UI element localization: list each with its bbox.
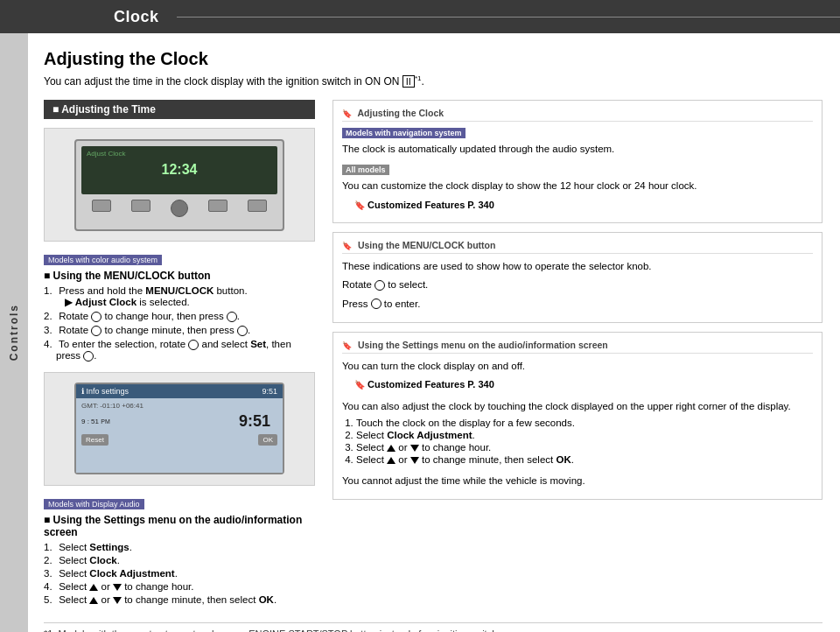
- nav-model-tag: Models with navigation system: [342, 128, 466, 138]
- all-model-block: All models You can customize the clock d…: [342, 164, 813, 212]
- color-audio-tag: Models with color audio system: [44, 255, 162, 265]
- section3-note: You cannot adjust the time while the veh…: [342, 474, 813, 488]
- radio-btn-1: [92, 200, 111, 212]
- color-audio-image-box: Adjust Clock 12:34: [44, 128, 315, 242]
- section-header-adjusting-time: ■ Adjusting the Time: [44, 100, 315, 119]
- section2-text2: Rotate to select.: [342, 277, 813, 292]
- sidebar-label: Controls: [8, 304, 20, 361]
- color-step-3: 3. Rotate to change minute, then press .: [44, 325, 315, 336]
- all-model-tag: All models: [342, 165, 389, 175]
- right-section2-title: 🔖 Using the MENU/CLOCK button: [342, 240, 813, 254]
- display-instr-title: Using the Settings menu on the audio/inf…: [44, 514, 315, 538]
- section3-step-3: Select or to change hour.: [356, 442, 813, 453]
- color-step-1: 1. Press and hold the MENU/CLOCK button.…: [44, 285, 315, 308]
- radio-knob: [171, 200, 188, 217]
- display-step-4: 4. Select or to change hour.: [44, 581, 315, 592]
- color-steps-list: 1. Press and hold the MENU/CLOCK button.…: [44, 285, 315, 362]
- right-section3-title: 🔖 Using the Settings menu on the audio/i…: [342, 340, 813, 354]
- page-title: Adjusting the Clock: [44, 49, 822, 69]
- nav-device: ℹ Info settings 9:51 GMT: -01:10 +06:41 …: [74, 383, 284, 474]
- display-audio-section: Models with Display Audio Using the Sett…: [44, 496, 315, 605]
- display-audio-image-box: ℹ Info settings 9:51 GMT: -01:10 +06:41 …: [44, 372, 315, 486]
- section3-text1: You can turn the clock display on and of…: [342, 359, 813, 374]
- nav-model-block: Models with navigation system The clock …: [342, 127, 813, 157]
- section3-text2: You can also adjust the clock by touchin…: [342, 399, 813, 414]
- color-audio-section: Models with color audio system Using the…: [44, 252, 315, 362]
- page-header-title: Clock: [114, 8, 159, 26]
- right-section-menu-clock: 🔖 Using the MENU/CLOCK button These indi…: [332, 232, 822, 323]
- section3-step-4: Select or to change minute, then select …: [356, 454, 813, 465]
- color-step-4: 4. To enter the selection, rotate and se…: [44, 339, 315, 362]
- right-section-settings-menu: 🔖 Using the Settings menu on the audio/i…: [332, 332, 822, 500]
- main-layout: Controls Adjusting the Clock You can adj…: [0, 33, 840, 632]
- display-steps-list: 1. Select Settings. 2. Select Clock. 3. …: [44, 542, 315, 605]
- right-section-adjusting-clock: 🔖 Adjusting the Clock Models with naviga…: [332, 100, 822, 223]
- all-model-text: You can customize the clock display to s…: [342, 179, 813, 193]
- section3-link: 🔖 Customized Features P. 340: [342, 377, 813, 392]
- section3-step-1: Touch the clock on the display for a few…: [356, 418, 813, 428]
- radio-btn-4: [248, 200, 267, 212]
- display-step-2: 2. Select Clock.: [44, 555, 315, 565]
- radio-screen: Adjust Clock 12:34: [81, 146, 277, 194]
- color-step-2: 2. Rotate to change hour, then press .: [44, 311, 315, 322]
- display-step-3: 3. Select Clock Adjustment.: [44, 568, 315, 579]
- ok-button[interactable]: OK: [258, 434, 277, 446]
- display-step-1: 1. Select Settings.: [44, 542, 315, 552]
- color-instr-title: Using the MENU/CLOCK button: [44, 270, 315, 282]
- display-step-5: 5. Select or to change minute, then sele…: [44, 594, 315, 605]
- radio-btn-2: [131, 200, 150, 212]
- section3-step-2: Select Clock Adjustment.: [356, 430, 813, 440]
- display-instructions: Using the Settings menu on the audio/inf…: [44, 514, 315, 605]
- nav-screen-body: GMT: -01:10 +06:41 9 : 51 PM 9:51 Reset …: [76, 398, 283, 473]
- content-area: Adjusting the Clock You can adjust the t…: [28, 33, 840, 632]
- sidebar: Controls: [0, 33, 28, 632]
- header-bar: Clock: [0, 0, 840, 33]
- all-model-link: 🔖 Customized Features P. 340: [342, 198, 813, 213]
- nav-screen-time-row: 9 : 51 PM 9:51: [81, 412, 277, 431]
- section2-text1: These indications are used to show how t…: [342, 259, 813, 274]
- header-line: [177, 17, 840, 18]
- nav-model-text: The clock is automatically updated throu…: [342, 142, 813, 157]
- section3-steps-list: Touch the clock on the display for a few…: [342, 418, 813, 465]
- left-column: ■ Adjusting the Time Adjust Clock 12:34: [44, 100, 315, 614]
- reset-button[interactable]: Reset: [81, 434, 108, 446]
- color-instructions: Using the MENU/CLOCK button 1. Press and…: [44, 270, 315, 362]
- right-column: 🔖 Adjusting the Clock Models with naviga…: [332, 100, 822, 614]
- section-header-label: ■ Adjusting the Time: [52, 103, 156, 116]
- display-audio-tag: Models with Display Audio: [44, 499, 144, 509]
- nav-screen-buttons: Reset OK: [81, 434, 277, 446]
- footer-note: *1: Models with the smart entry system h…: [44, 622, 822, 632]
- radio-btn-3: [208, 200, 228, 212]
- radio-device: Adjust Clock 12:34: [74, 139, 284, 231]
- radio-buttons-row: [76, 196, 283, 221]
- two-column-layout: ■ Adjusting the Time Adjust Clock 12:34: [44, 100, 822, 614]
- right-section1-title: 🔖 Adjusting the Clock: [342, 108, 813, 122]
- nav-screen-top: ℹ Info settings 9:51: [76, 384, 283, 398]
- section2-text3: Press to enter.: [342, 297, 813, 312]
- subtitle-text: You can adjust the time in the clock dis…: [44, 74, 822, 88]
